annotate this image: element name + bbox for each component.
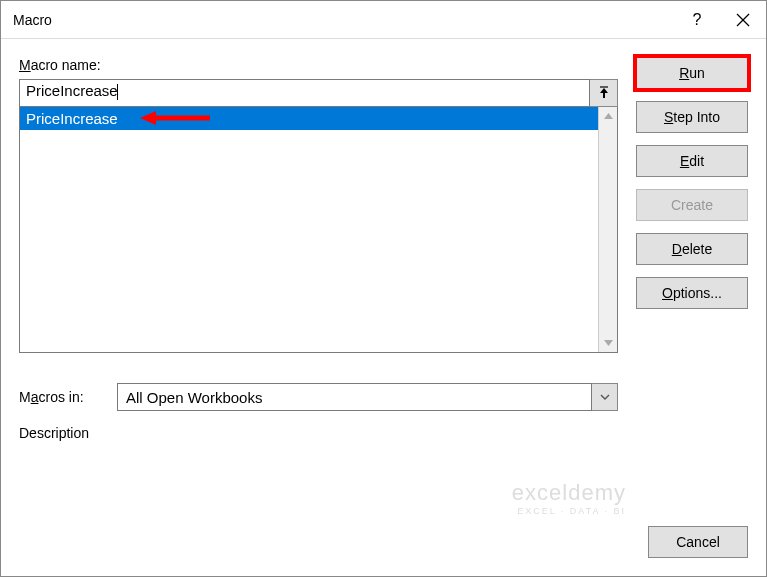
edit-button[interactable]: Edit	[636, 145, 748, 177]
close-icon	[736, 13, 750, 27]
scroll-up-icon[interactable]	[599, 107, 617, 125]
macro-list[interactable]: PriceIncrease	[20, 107, 598, 352]
watermark: exceldemy EXCEL · DATA · BI	[512, 480, 626, 516]
macro-list-wrap: PriceIncrease	[19, 107, 618, 353]
macro-name-input[interactable]: PriceIncrease	[19, 79, 590, 107]
list-item[interactable]: PriceIncrease	[20, 107, 598, 130]
dialog-content: Macro name: PriceIncrease PriceIncrease	[1, 39, 766, 457]
macros-in-select[interactable]: All Open Workbooks	[117, 383, 592, 411]
macro-name-value: PriceIncrease	[26, 82, 118, 99]
macros-in-label: Macros in:	[19, 389, 107, 405]
delete-button[interactable]: Delete	[636, 233, 748, 265]
macro-list-scrollbar[interactable]	[598, 107, 617, 352]
cancel-label: Cancel	[676, 534, 720, 550]
macro-name-row: PriceIncrease	[19, 79, 618, 107]
macros-in-row: Macros in: All Open Workbooks	[19, 383, 618, 411]
svg-marker-4	[140, 111, 156, 125]
button-column: Run Step Into Edit Create Delete Options…	[636, 57, 748, 447]
macros-in-value: All Open Workbooks	[126, 389, 262, 406]
create-button: Create	[636, 189, 748, 221]
macro-name-up-button[interactable]	[590, 79, 618, 107]
step-into-button[interactable]: Step Into	[636, 101, 748, 133]
macros-in-dropdown-button[interactable]	[592, 383, 618, 411]
watermark-sub: EXCEL · DATA · BI	[512, 506, 626, 516]
macro-name-label: Macro name:	[19, 57, 618, 73]
run-button[interactable]: Run	[636, 57, 748, 89]
up-arrow-icon	[597, 86, 611, 100]
chevron-down-icon	[600, 394, 610, 400]
help-button[interactable]: ?	[674, 1, 720, 39]
options-button[interactable]: Options...	[636, 277, 748, 309]
close-button[interactable]	[720, 1, 766, 39]
cancel-button[interactable]: Cancel	[648, 526, 748, 558]
watermark-title: exceldemy	[512, 480, 626, 506]
titlebar: Macro ?	[1, 1, 766, 39]
help-icon: ?	[693, 11, 702, 29]
svg-marker-5	[604, 113, 613, 119]
description-label: Description	[19, 425, 618, 441]
list-item-label: PriceIncrease	[26, 110, 118, 127]
macros-in-select-wrap: All Open Workbooks	[117, 383, 618, 411]
scroll-down-icon[interactable]	[599, 334, 617, 352]
dialog-title: Macro	[13, 12, 674, 28]
left-column: Macro name: PriceIncrease PriceIncrease	[19, 57, 618, 447]
bottom-row: Cancel	[648, 526, 748, 558]
text-caret	[117, 84, 118, 100]
svg-marker-6	[604, 340, 613, 346]
highlight-arrow-annotation	[140, 109, 210, 127]
